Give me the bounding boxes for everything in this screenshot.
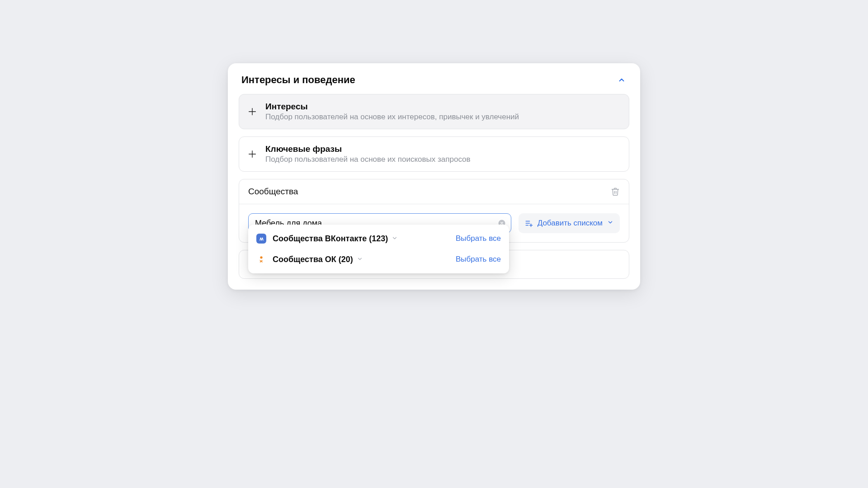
interests-title: Интересы: [265, 102, 519, 112]
select-all-vk[interactable]: Выбрать все: [456, 234, 501, 243]
trash-icon[interactable]: [611, 187, 620, 196]
dropdown-row-ok[interactable]: Сообщества ОК (20) Выбрать все: [248, 249, 509, 270]
dropdown-row-vk[interactable]: ʍ Сообщества ВКонтакте (123) Выбрать все: [248, 228, 509, 249]
plus-icon: [247, 107, 257, 117]
keywords-card[interactable]: Ключевые фразы Подбор пользователей на о…: [239, 136, 629, 172]
add-list-button[interactable]: Добавить списком: [519, 213, 620, 233]
vk-icon: ʍ: [256, 234, 266, 244]
ok-icon: [256, 254, 266, 264]
panel-header: Интересы и поведение: [239, 72, 629, 94]
keywords-card-text: Ключевые фразы Подбор пользователей на о…: [265, 144, 471, 164]
collapse-icon[interactable]: [617, 75, 627, 85]
communities-section: Сообщества Добавить списком: [239, 179, 629, 243]
dropdown-left: ʍ Сообщества ВКонтакте (123): [256, 234, 398, 244]
interests-desc: Подбор пользователей на основе их интере…: [265, 113, 519, 122]
communities-title: Сообщества: [248, 187, 298, 197]
keywords-title: Ключевые фразы: [265, 144, 471, 154]
search-dropdown: ʍ Сообщества ВКонтакте (123) Выбрать все: [248, 225, 509, 273]
select-all-ok[interactable]: Выбрать все: [456, 255, 501, 264]
keywords-desc: Подбор пользователей на основе их поиско…: [265, 155, 471, 164]
chevron-down-icon: [357, 255, 363, 264]
vk-label: Сообщества ВКонтакте (123): [273, 234, 398, 244]
add-list-label: Добавить списком: [538, 219, 603, 228]
chevron-down-icon: [607, 219, 613, 228]
interests-behavior-panel: Интересы и поведение Интересы Подбор пол…: [228, 63, 640, 290]
svg-point-10: [260, 256, 262, 258]
communities-header: Сообщества: [239, 179, 629, 204]
interests-card-text: Интересы Подбор пользователей на основе …: [265, 102, 519, 122]
vk-label-text: Сообщества ВКонтакте (123): [273, 234, 388, 244]
ok-label: Сообщества ОК (20): [273, 255, 363, 264]
list-add-icon: [525, 219, 533, 227]
chevron-down-icon: [392, 234, 398, 244]
interests-card[interactable]: Интересы Подбор пользователей на основе …: [239, 94, 629, 129]
ok-label-text: Сообщества ОК (20): [273, 255, 353, 264]
panel-title: Интересы и поведение: [241, 74, 355, 86]
dropdown-left: Сообщества ОК (20): [256, 254, 363, 264]
plus-icon: [247, 149, 257, 159]
